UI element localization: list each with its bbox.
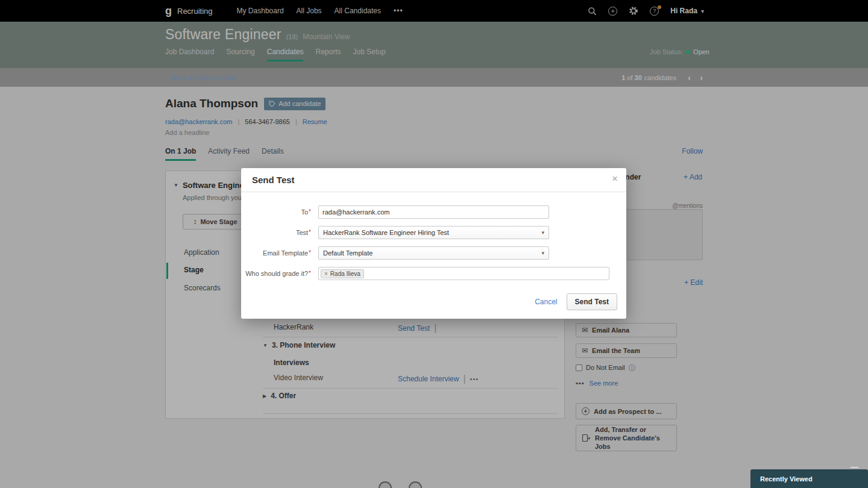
to-label: To* bbox=[241, 208, 318, 216]
email-template-select-value: Default Template bbox=[323, 249, 373, 257]
minimize-icon[interactable]: — bbox=[851, 462, 858, 471]
grader-label-text: Who should grade it? bbox=[245, 270, 308, 277]
page-root: g Recruiting My Dashboard All Jobs All C… bbox=[0, 0, 868, 488]
required-asterisk: * bbox=[309, 229, 311, 236]
email-template-label-text: Email Template bbox=[263, 249, 308, 257]
email-template-select[interactable]: Default Template ▾ bbox=[318, 246, 549, 260]
grader-label: Who should grade it?* bbox=[241, 270, 318, 277]
recently-viewed-label: Recently Viewed bbox=[760, 475, 813, 483]
grader-token-chip: × Rada Ilieva bbox=[321, 269, 364, 278]
test-label-text: Test bbox=[296, 229, 308, 236]
required-asterisk: * bbox=[309, 208, 311, 215]
form-row-to: To* bbox=[241, 205, 626, 219]
cancel-button[interactable]: Cancel bbox=[535, 298, 557, 306]
form-row-grader: Who should grade it?* × Rada Ilieva bbox=[241, 267, 626, 280]
modal-header: Send Test × bbox=[241, 168, 626, 192]
form-row-email-template: Email Template* Default Template ▾ bbox=[241, 246, 626, 260]
recently-viewed-tray[interactable]: Recently Viewed — bbox=[750, 469, 868, 488]
send-test-button[interactable]: Send Test bbox=[567, 293, 617, 310]
send-test-modal: Send Test × To* Test* HackerRank Softwar… bbox=[241, 168, 626, 319]
to-input[interactable] bbox=[318, 205, 549, 219]
grader-token-field[interactable]: × Rada Ilieva bbox=[318, 267, 609, 280]
form-row-test: Test* HackerRank Software Engineer Hirin… bbox=[241, 226, 626, 239]
close-icon[interactable]: × bbox=[612, 173, 618, 185]
email-template-label: Email Template* bbox=[241, 249, 318, 257]
modal-title: Send Test bbox=[252, 175, 295, 185]
test-select[interactable]: HackerRank Software Engineer Hiring Test… bbox=[318, 226, 549, 239]
test-select-value: HackerRank Software Engineer Hiring Test bbox=[323, 229, 449, 236]
chevron-down-icon: ▾ bbox=[541, 230, 544, 236]
modal-footer: Cancel Send Test bbox=[241, 293, 626, 319]
to-label-text: To bbox=[301, 208, 308, 216]
remove-token-icon[interactable]: × bbox=[324, 271, 328, 277]
grader-token-name: Rada Ilieva bbox=[330, 271, 360, 277]
required-asterisk: * bbox=[309, 270, 311, 277]
test-label: Test* bbox=[241, 229, 318, 236]
chevron-down-icon: ▾ bbox=[541, 250, 544, 256]
required-asterisk: * bbox=[309, 249, 311, 256]
